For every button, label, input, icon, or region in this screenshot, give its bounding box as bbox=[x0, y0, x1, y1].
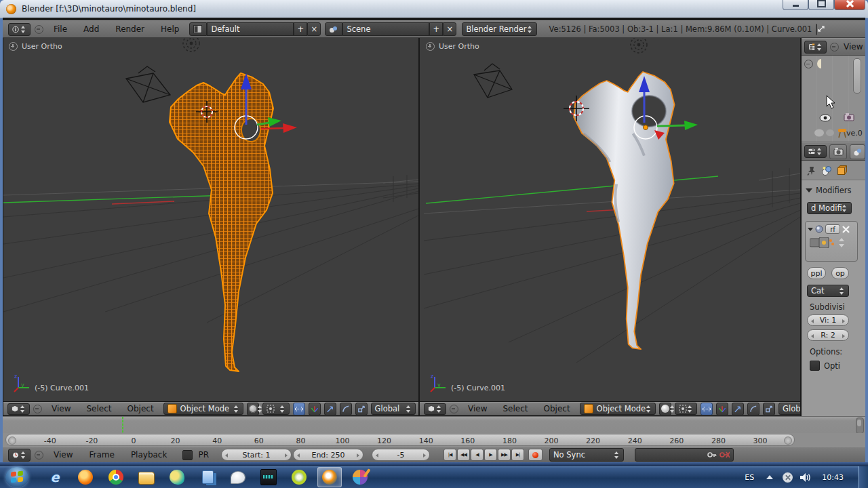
object-menu[interactable]: Object bbox=[121, 404, 160, 413]
scene-tab[interactable] bbox=[850, 144, 865, 159]
timeline-frame-menu[interactable]: Frame bbox=[83, 450, 120, 460]
view-menu[interactable]: View bbox=[45, 404, 77, 413]
minimize-button[interactable] bbox=[783, 0, 808, 10]
orientation-select[interactable]: Global bbox=[778, 403, 800, 415]
pr-checkbox[interactable] bbox=[182, 450, 193, 460]
viewport-right-editor-type-button[interactable] bbox=[424, 403, 446, 415]
key-icon[interactable] bbox=[707, 451, 717, 459]
x-axis-arrow[interactable] bbox=[261, 128, 284, 129]
jump-to-start-button[interactable]: |◀ bbox=[443, 449, 456, 461]
scale-manipulator-button[interactable] bbox=[355, 403, 368, 415]
translate-manipulator-button[interactable] bbox=[309, 403, 321, 415]
rotate-manipulator-button[interactable] bbox=[732, 403, 744, 415]
screen-layout-field[interactable]: Default bbox=[207, 22, 294, 36]
menu-render[interactable]: Render bbox=[109, 24, 151, 34]
record-button[interactable] bbox=[528, 449, 542, 461]
add-modifier-select[interactable]: d Modifi bbox=[807, 202, 852, 214]
view-subdivisions-stepper[interactable]: Vi: 1 bbox=[807, 314, 849, 326]
collapse-menus-icon[interactable] bbox=[35, 25, 43, 34]
taskbar-blender[interactable] bbox=[317, 467, 342, 487]
jump-to-end-button[interactable]: ▶| bbox=[511, 449, 524, 461]
language-indicator[interactable]: ES bbox=[745, 473, 754, 482]
modifiers-panel-header[interactable]: Modifiers bbox=[806, 186, 852, 195]
optimal-display-checkbox[interactable] bbox=[810, 361, 820, 371]
clock[interactable]: 10:43 bbox=[822, 473, 844, 482]
viewport-shading-select[interactable] bbox=[247, 403, 259, 415]
volume-icon[interactable] bbox=[800, 472, 811, 483]
outliner-view-menu[interactable]: View bbox=[842, 42, 864, 52]
screen-layout-add-button[interactable]: + bbox=[294, 22, 307, 36]
start-button[interactable] bbox=[5, 467, 28, 487]
object-menu[interactable]: Object bbox=[538, 404, 576, 413]
previous-keyframe-button[interactable]: ◀◀ bbox=[457, 449, 470, 461]
collapse-menus-icon[interactable] bbox=[33, 405, 42, 413]
viewport-left-editor-type-button[interactable] bbox=[7, 403, 30, 415]
scene-unlink-button[interactable]: × bbox=[443, 22, 456, 36]
menu-file[interactable]: File bbox=[47, 24, 73, 34]
outliner-scrollbar[interactable] bbox=[853, 58, 861, 94]
delete-modifier-icon[interactable] bbox=[842, 226, 850, 233]
timeline-vertical-scrollbar[interactable] bbox=[856, 418, 864, 434]
scene-browse-button[interactable] bbox=[325, 22, 342, 36]
render-tab[interactable] bbox=[829, 144, 847, 159]
rotate-manipulator-button[interactable] bbox=[324, 403, 336, 415]
modifier-box[interactable]: rf bbox=[805, 221, 858, 262]
world-tab-icon[interactable] bbox=[821, 165, 832, 176]
close-button[interactable] bbox=[834, 0, 865, 10]
screen-layout-unlink-button[interactable]: × bbox=[307, 22, 321, 36]
taskbar-internet-explorer[interactable]: e bbox=[43, 467, 67, 487]
render-subdivisions-stepper[interactable]: R: 2 bbox=[807, 329, 849, 341]
play-reverse-button[interactable]: ◀ bbox=[471, 449, 484, 461]
orientation-select[interactable]: Global bbox=[371, 403, 416, 415]
window-titlebar[interactable]: Blender [f:\3D\minotauro\minotauro.blend… bbox=[0, 0, 868, 18]
current-frame-playhead[interactable] bbox=[122, 417, 123, 433]
solid-model[interactable] bbox=[574, 72, 674, 349]
camera-object[interactable] bbox=[126, 66, 170, 102]
menu-help[interactable]: Help bbox=[155, 24, 185, 34]
scale-manipulator-button[interactable] bbox=[763, 403, 775, 415]
translate-manipulator-button[interactable] bbox=[716, 403, 728, 415]
pin-icon[interactable] bbox=[807, 165, 816, 176]
lamp-object[interactable] bbox=[183, 38, 199, 52]
timeline-ruler[interactable]: -40-200204060801001201401601802002202402… bbox=[3, 433, 865, 447]
properties-editor-type-button[interactable] bbox=[804, 145, 827, 158]
sync-select[interactable]: No Sync bbox=[549, 448, 624, 462]
show-desktop-button[interactable] bbox=[859, 466, 868, 488]
subdivision-type-select[interactable]: Cat bbox=[807, 285, 849, 297]
end-frame-stepper[interactable]: End: 250 bbox=[293, 449, 363, 461]
hidden-icons-expander-icon[interactable] bbox=[766, 475, 773, 479]
modifier-display-toggles-icon[interactable] bbox=[810, 237, 835, 248]
taskbar-firefox[interactable] bbox=[73, 467, 98, 487]
modifier-updown-icon[interactable] bbox=[837, 237, 846, 248]
editor-type-button[interactable] bbox=[8, 23, 31, 36]
apply-button[interactable]: ppl bbox=[807, 267, 826, 279]
scene-field[interactable]: Scene bbox=[342, 22, 429, 36]
collapse-menus-icon[interactable] bbox=[830, 43, 839, 52]
screen-layout-browse-button[interactable] bbox=[189, 22, 207, 36]
outliner-editor-type-button[interactable] bbox=[804, 41, 827, 54]
manipulator-toggle[interactable] bbox=[701, 403, 713, 415]
taskbar-media-app[interactable] bbox=[348, 467, 372, 487]
timeline-canvas[interactable] bbox=[3, 416, 865, 433]
renderability-camera-icon[interactable] bbox=[844, 113, 854, 121]
menu-add[interactable]: Add bbox=[77, 24, 105, 34]
taskbar-graphics-app[interactable] bbox=[165, 467, 189, 487]
outliner-item-label[interactable]: ve.0 bbox=[846, 129, 863, 138]
scene-add-button[interactable]: + bbox=[429, 22, 443, 36]
modifier-expand-icon[interactable] bbox=[808, 228, 813, 231]
select-menu[interactable]: Select bbox=[496, 404, 534, 413]
taskbar-file-manager[interactable] bbox=[195, 467, 220, 487]
keying-set-field[interactable] bbox=[635, 448, 734, 462]
mode-select[interactable]: Object Mode bbox=[580, 403, 656, 415]
collapse-menus-icon[interactable] bbox=[450, 405, 458, 413]
app-status-icon[interactable] bbox=[783, 472, 793, 483]
object-tab-icon[interactable] bbox=[837, 165, 847, 176]
maximize-area-icon[interactable] bbox=[816, 24, 817, 35]
render-engine-select[interactable]: Blender Render bbox=[462, 22, 536, 36]
viewport-shading-select[interactable] bbox=[659, 403, 671, 415]
taskbar-dark-3d-app[interactable] bbox=[256, 467, 281, 487]
timeline-view-menu[interactable]: View bbox=[47, 450, 79, 460]
taskbar-chat-app[interactable] bbox=[226, 467, 250, 487]
lamp-object[interactable] bbox=[631, 38, 647, 53]
manipulator-toggle[interactable] bbox=[293, 403, 305, 415]
